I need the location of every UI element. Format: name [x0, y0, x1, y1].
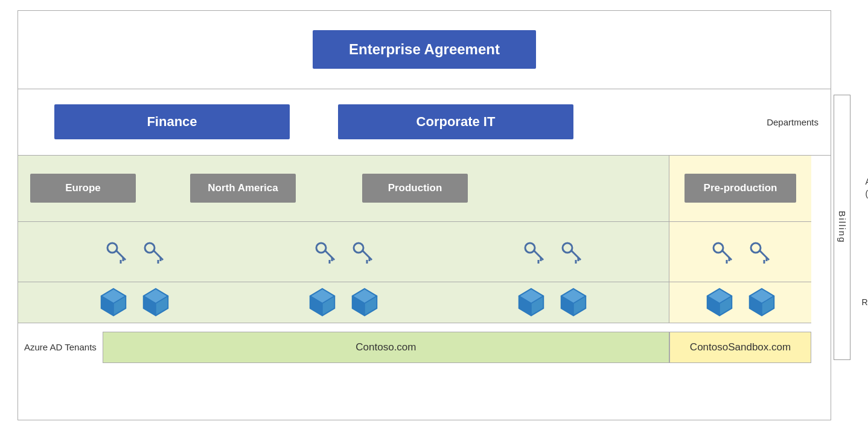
ea-row: Enterprise Agreement [18, 11, 831, 89]
europe-account-box: Europe [30, 174, 136, 203]
accounts-label: Accounts (account owner) [866, 176, 868, 200]
north-america-account-box: North America [190, 174, 296, 203]
key-icon-7 [709, 238, 735, 265]
production-resource-group [515, 286, 589, 318]
cube-icon-2 [140, 286, 171, 318]
svg-line-9 [325, 250, 334, 260]
key-icon-4 [349, 238, 375, 265]
pre-prod-resource-group [704, 286, 777, 318]
yellow-subscriptions-row: Subscriptions (service admin) [669, 222, 811, 282]
sections-wrapper: Europe North America Production [18, 156, 811, 323]
contoso-sandbox-tenant-box: ContosoSandbox.com [669, 332, 811, 363]
key-icon-1 [103, 238, 129, 265]
key-icon-5 [520, 238, 547, 265]
contoso-tenant-box: Contoso.com [103, 332, 669, 363]
europe-resource-group [98, 286, 171, 318]
north-america-resource-group [307, 286, 380, 318]
finance-dept-box: Finance [54, 104, 290, 139]
main-area: Enterprise Agreement Finance Corporate I… [18, 10, 831, 420]
yellow-accounts-row: Pre-production Accounts (account owner) [669, 156, 811, 222]
svg-line-17 [534, 250, 543, 260]
green-accounts-row: Europe North America Production [18, 156, 669, 222]
tenants-row: Azure AD Tenants Contoso.com ContosoSand… [18, 323, 811, 372]
svg-line-13 [362, 250, 372, 260]
pre-prod-subs-group [709, 238, 773, 265]
key-icon-8 [746, 238, 773, 265]
production-account-box: Production [362, 174, 468, 203]
departments-label: Departments [767, 117, 819, 127]
yellow-resource-row: Resource groups [669, 282, 811, 323]
europe-subs-group [103, 238, 167, 265]
billing-label: Billing [834, 95, 850, 360]
cube-icon-6 [558, 286, 589, 318]
north-america-subs-group [311, 238, 375, 265]
svg-line-1 [116, 250, 126, 260]
key-icon-3 [311, 238, 338, 265]
svg-line-53 [759, 250, 769, 260]
cube-icon-7 [704, 286, 735, 318]
green-subscriptions-row [18, 222, 669, 282]
svg-line-21 [571, 250, 581, 260]
department-boxes: Finance Corporate IT [18, 104, 573, 139]
cube-icon-4 [349, 286, 380, 318]
svg-line-5 [153, 250, 163, 260]
cube-icon-3 [307, 286, 338, 318]
green-resource-row [18, 282, 669, 323]
resource-groups-label: Resource groups [861, 297, 868, 307]
cube-icon-1 [98, 286, 129, 318]
enterprise-agreement-box: Enterprise Agreement [313, 30, 536, 69]
cube-icon-8 [746, 286, 777, 318]
green-section: Europe North America Production [18, 156, 669, 323]
svg-line-49 [722, 250, 732, 260]
diagram-wrapper: Enterprise Agreement Finance Corporate I… [18, 10, 850, 420]
lower-container: Europe North America Production [18, 156, 811, 372]
key-icon-2 [140, 238, 167, 265]
tenants-label: Azure AD Tenants [18, 342, 103, 352]
pre-production-account-box: Pre-production [685, 174, 796, 203]
corporate-it-dept-box: Corporate IT [338, 104, 573, 139]
departments-row: Finance Corporate IT Departments [18, 89, 831, 156]
yellow-section: Pre-production Accounts (account owner) [669, 156, 811, 323]
key-icon-6 [558, 238, 584, 265]
production-subs-group [520, 238, 584, 265]
cube-icon-5 [515, 286, 547, 318]
